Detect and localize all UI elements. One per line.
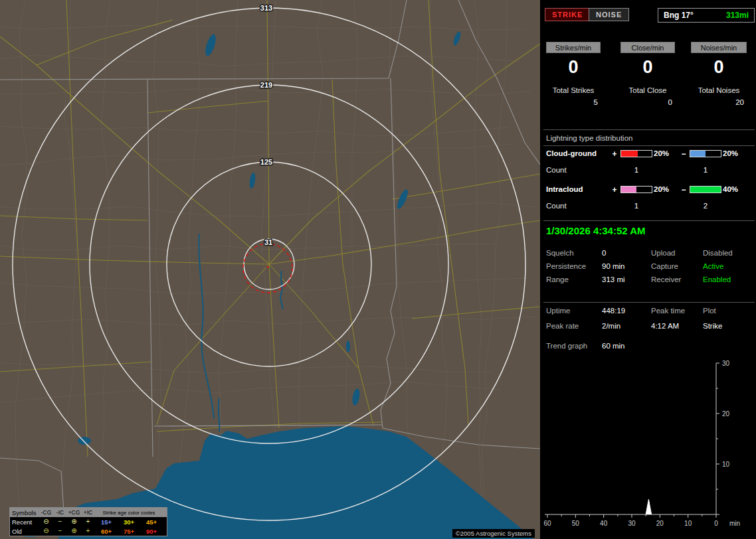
legend-recent-row: Recent ⊖ − ⊕ + 15+ 30+ 45+: [10, 517, 167, 526]
svg-text:50: 50: [572, 520, 580, 527]
legend-col-neg-ic: -IC: [53, 508, 67, 517]
app-window: 313 219 125 31 Symbols -CG -IC +CG +IC S…: [0, 0, 756, 539]
svg-text:30: 30: [722, 360, 730, 367]
pos-cg-icon: ⊕: [67, 517, 81, 526]
svg-text:20: 20: [656, 520, 664, 527]
ic-plus-bar-fill: [621, 187, 636, 193]
age-code-90: 90+: [140, 528, 163, 535]
cg-minus-count: 1: [690, 166, 721, 174]
close-per-min-value: 0: [620, 56, 675, 78]
ic-plus-pct: 20%: [654, 185, 679, 193]
capture-label: Capture: [651, 262, 678, 270]
status-panel: STRIKE NOISE Bng 17° 313mi Strikes/min C…: [543, 0, 756, 539]
receiver-center-marker: [266, 266, 268, 268]
ic-minus-pct: 40%: [723, 185, 748, 193]
strikes-per-min-value: 0: [546, 56, 601, 78]
squelch-label: Squelch: [546, 249, 574, 257]
cg-minus-bar: [690, 150, 721, 157]
cg-plus-bar-fill: [621, 151, 638, 157]
peak-rate-label: Peak rate: [546, 322, 579, 330]
bearing-value: Bng 17°: [664, 9, 694, 22]
ic-plus-bar: [620, 186, 652, 193]
legend-header-row: Symbols -CG -IC +CG +IC Strike age color…: [10, 508, 167, 517]
ring-label-313: 313: [260, 4, 272, 12]
strike-toggle-button[interactable]: STRIKE: [545, 8, 590, 21]
lightning-map[interactable]: 313 219 125 31 Symbols -CG -IC +CG +IC S…: [0, 0, 540, 539]
cg-plus-count: 1: [620, 166, 652, 174]
minus-sign: −: [680, 149, 687, 159]
persistence-label: Persistence: [546, 262, 586, 270]
uptime-label: Uptime: [546, 307, 570, 315]
copyright-label: ©2005 Astrogenic Systems: [452, 529, 535, 538]
total-noises-label: Total Noises: [691, 86, 747, 94]
pos-cg-icon: ⊕: [67, 526, 81, 536]
ic-minus-bar: [690, 186, 721, 193]
peak-time-label: Peak time: [651, 307, 685, 315]
noises-per-min-chip[interactable]: Noises/min: [691, 42, 747, 53]
intracloud-label: Intracloud: [546, 185, 583, 193]
peak-time-value: 4:12 AM: [651, 322, 679, 330]
plot-label: Plot: [703, 307, 716, 315]
upload-label: Upload: [651, 249, 675, 257]
total-strikes-value: 5: [546, 98, 601, 106]
age-code-30: 30+: [118, 518, 140, 526]
squelch-value: 0: [602, 249, 606, 257]
cg-plus-bar: [620, 150, 652, 157]
noises-per-min-value: 0: [691, 56, 747, 78]
peak-rate-value: 2/min: [602, 322, 620, 330]
cg-minus-bar-fill: [690, 151, 706, 157]
divider: [543, 220, 755, 221]
persistence-value: 90 min: [602, 262, 625, 270]
receiver-status: Enabled: [703, 275, 731, 283]
svg-text:10: 10: [722, 461, 730, 468]
trend-graph-label: Trend graph: [546, 342, 587, 350]
total-close-label: Total Close: [620, 86, 675, 94]
legend-symbols-header: Symbols: [10, 509, 39, 516]
uptime-value: 448:19: [602, 307, 625, 315]
plot-value: Strike: [703, 322, 722, 330]
range-label: Range: [546, 275, 569, 283]
bearing-display: Bng 17° 313mi: [658, 8, 755, 23]
close-per-min-chip[interactable]: Close/min: [620, 42, 675, 53]
receiver-label: Receiver: [651, 275, 681, 283]
bearing-range-value: 313mi: [726, 9, 749, 22]
legend-col-neg-cg: -CG: [39, 508, 53, 517]
legend-col-pos-cg: +CG: [67, 508, 81, 517]
range-value: 313 mi: [602, 275, 625, 283]
total-strikes-label: Total Strikes: [546, 86, 601, 94]
age-code-75: 75+: [118, 528, 140, 535]
distribution-title: Lightning type distribution: [546, 134, 632, 142]
ic-count-label: Count: [546, 202, 567, 210]
svg-text:60: 60: [543, 520, 551, 527]
strikes-per-min-chip[interactable]: Strikes/min: [546, 42, 601, 53]
svg-text:0: 0: [714, 520, 718, 527]
neg-ic-icon: −: [53, 526, 67, 536]
ic-minus-bar-fill: [690, 187, 721, 193]
neg-ic-icon: −: [53, 517, 67, 526]
ring-label-219: 219: [260, 81, 272, 89]
total-noises-value: 20: [691, 98, 747, 106]
noise-toggle-button[interactable]: NOISE: [589, 8, 629, 21]
ic-minus-count: 2: [690, 202, 721, 210]
cg-count-label: Count: [546, 166, 567, 174]
ring-label-31: 31: [264, 238, 272, 246]
plus-sign: +: [611, 185, 618, 194]
upload-status: Disabled: [703, 249, 733, 257]
cloud-ground-label: Cloud-ground: [546, 149, 597, 157]
trend-graph-plot: 6050403020100min102030: [543, 356, 751, 534]
legend-age-header: Strike age color codes: [95, 510, 163, 516]
pos-ic-icon: +: [81, 526, 95, 536]
datetime-clock: 1/30/2026 4:34:52 AM: [546, 225, 646, 236]
divider: [543, 129, 755, 130]
map-canvas: 313 219 125 31: [0, 0, 540, 539]
total-close-value: 0: [620, 98, 675, 106]
legend-recent-label: Recent: [10, 518, 39, 526]
neg-cg-icon: ⊖: [39, 526, 53, 536]
trend-graph-span: 60 min: [602, 342, 625, 350]
svg-text:min: min: [729, 520, 740, 527]
age-code-60: 60+: [95, 528, 118, 535]
cg-plus-pct: 20%: [654, 149, 679, 157]
cg-minus-pct: 20%: [723, 149, 748, 157]
strike-symbol-legend: Symbols -CG -IC +CG +IC Strike age color…: [9, 507, 167, 536]
legend-old-row: Old ⊖ − ⊕ + 60+ 75+ 90+: [10, 526, 167, 536]
